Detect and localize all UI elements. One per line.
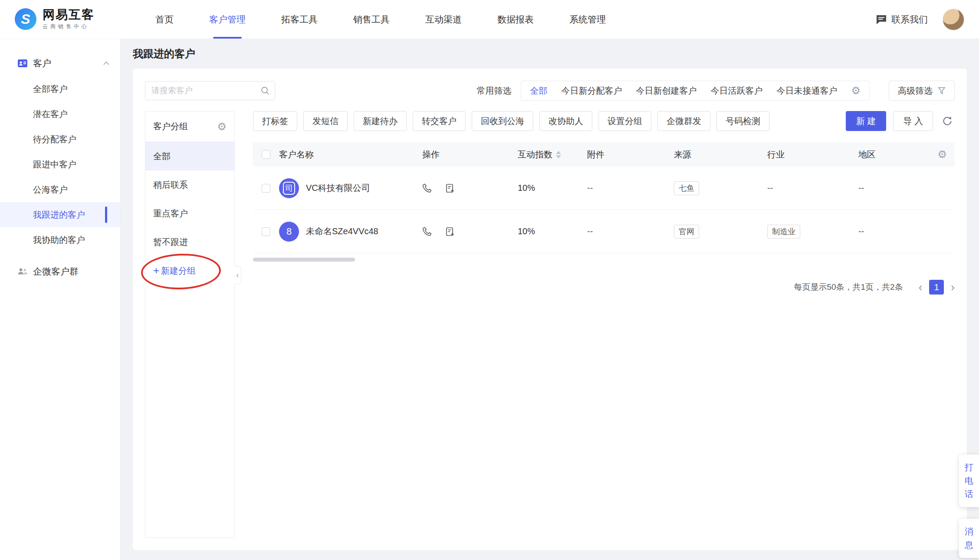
column-region: 地区 <box>858 149 923 160</box>
industry-tag: 制造业 <box>767 225 800 239</box>
sidebar-item-wecom-groups[interactable]: 企微客户群 <box>0 259 120 285</box>
select-all-checkbox[interactable] <box>262 150 270 159</box>
main-content: 我跟进的客户 常用筛选 全部 今日新分配客户 今日新创建客户 今日活跃客户 <box>121 39 979 560</box>
table-row: 司 VC科技有限公司 10% -- <box>253 167 955 210</box>
sort-icon[interactable] <box>556 151 561 158</box>
new-todo-button[interactable]: 新建待办 <box>354 111 407 131</box>
filter-settings-gear-icon[interactable]: ⚙ <box>851 85 861 96</box>
search-input[interactable] <box>145 81 275 100</box>
filter-row: 常用筛选 全部 今日新分配客户 今日新创建客户 今日活跃客户 今日未接通客户 ⚙… <box>145 81 955 101</box>
nav-customer-management[interactable]: 客户管理 <box>209 0 246 39</box>
sidebar-item-public-sea-customers[interactable]: 公海客户 <box>0 177 120 202</box>
pagination: 每页显示50条，共1页，共2条 ‹ 1 › <box>253 280 955 295</box>
region-value: -- <box>858 183 923 193</box>
sidebar: 客户 全部客户 潜在客户 待分配客户 跟进中客户 公海客户 我跟进的客户 我协助… <box>0 39 121 560</box>
group-item-key-customers[interactable]: 重点客户 <box>145 199 234 228</box>
brand-name: 网易互客 <box>43 8 95 22</box>
filter-option-all[interactable]: 全部 <box>530 85 547 97</box>
nav-sales-tools[interactable]: 销售工具 <box>353 0 390 39</box>
advanced-filter-button[interactable]: 高级筛选 <box>889 81 955 101</box>
row-checkbox[interactable] <box>262 184 270 193</box>
group-item-not-following[interactable]: 暂不跟进 <box>145 228 234 256</box>
funnel-icon <box>938 87 946 95</box>
customer-name[interactable]: VC科技有限公司 <box>306 182 370 194</box>
filter-option-new-assigned-today[interactable]: 今日新分配客户 <box>561 85 622 97</box>
refresh-icon[interactable] <box>940 114 955 128</box>
table-header: 客户名称 操作 互动指数 附件 来源 行业 地区 ⚙ <box>253 142 955 167</box>
nav-data-reports[interactable]: 数据报表 <box>497 0 534 39</box>
group-item-contact-later[interactable]: 稍后联系 <box>145 170 234 199</box>
groups-settings-gear-icon[interactable]: ⚙ <box>217 121 227 132</box>
add-record-icon[interactable] <box>445 226 455 237</box>
collapse-panel-button[interactable]: ‹ <box>234 266 241 284</box>
make-call-label: 打电话 <box>964 461 974 501</box>
avatar-glyph: 8 <box>286 226 292 237</box>
contact-us-label: 联系我们 <box>891 13 928 26</box>
top-bar: S 网易互客 云商销售中心 首页 客户管理 拓客工具 销售工具 互动渠道 数据报… <box>0 0 979 39</box>
nav-home[interactable]: 首页 <box>155 0 174 39</box>
import-button[interactable]: 导 入 <box>893 111 933 131</box>
phone-icon[interactable] <box>422 226 433 237</box>
row-checkbox[interactable] <box>262 227 270 236</box>
nav-interaction-channels[interactable]: 互动渠道 <box>425 0 462 39</box>
transfer-customer-button[interactable]: 转交客户 <box>413 111 466 131</box>
new-group-button[interactable]: + 新建分组 <box>145 256 234 285</box>
prev-page-icon[interactable]: ‹ <box>919 282 923 293</box>
contact-us-button[interactable]: 联系我们 <box>876 13 928 26</box>
table-row: 8 未命名SZe4VVc48 10% -- <box>253 210 955 253</box>
number-check-button[interactable]: 号码检测 <box>716 111 769 131</box>
user-avatar[interactable] <box>943 9 964 30</box>
nav-system-management[interactable]: 系统管理 <box>569 0 606 39</box>
tag-button[interactable]: 打标签 <box>253 111 297 131</box>
chat-icon <box>876 14 887 25</box>
interaction-index-value: 10% <box>518 226 587 236</box>
pagination-summary: 每页显示50条，共1页，共2条 <box>794 282 903 293</box>
current-page-button[interactable]: 1 <box>929 280 944 295</box>
sidebar-section-customers[interactable]: 客户 <box>0 50 120 76</box>
sidebar-item-following-customers[interactable]: 跟进中客户 <box>0 152 120 177</box>
change-assistant-button[interactable]: 改协助人 <box>539 111 592 131</box>
sms-button[interactable]: 发短信 <box>303 111 348 131</box>
customer-avatar: 司 <box>279 178 299 198</box>
toolbar: 打标签 发短信 新建待办 转交客户 回收到公海 改协助人 设置分组 企微群发 号… <box>253 111 955 131</box>
horizontal-scrollbar[interactable] <box>253 258 355 262</box>
filter-option-unreached-today[interactable]: 今日未接通客户 <box>776 85 837 97</box>
add-record-icon[interactable] <box>445 183 455 193</box>
chevron-up-icon[interactable] <box>103 61 110 65</box>
make-call-button[interactable]: 打电话 <box>959 455 979 507</box>
filter-option-active-today[interactable]: 今日活跃客户 <box>710 85 762 97</box>
avatar-glyph: 司 <box>283 182 295 195</box>
table-area: 打标签 发短信 新建待办 转交客户 回收到公海 改协助人 设置分组 企微群发 号… <box>253 111 955 538</box>
top-nav: 首页 客户管理 拓客工具 销售工具 互动渠道 数据报表 系统管理 <box>155 0 606 39</box>
new-group-label: 新建分组 <box>161 265 196 277</box>
create-button[interactable]: 新 建 <box>846 111 887 131</box>
wecom-mass-send-button[interactable]: 企微群发 <box>657 111 710 131</box>
sidebar-item-to-assign-customers[interactable]: 待分配客户 <box>0 127 120 152</box>
sidebar-item-all-customers[interactable]: 全部客户 <box>0 76 120 102</box>
set-group-button[interactable]: 设置分组 <box>598 111 651 131</box>
messages-label: 消息 <box>964 525 974 552</box>
topbar-right: 联系我们 <box>876 9 964 30</box>
filter-option-new-created-today[interactable]: 今日新创建客户 <box>636 85 696 97</box>
brand-subtitle: 云商销售中心 <box>43 23 95 30</box>
nav-lead-tools[interactable]: 拓客工具 <box>281 0 318 39</box>
source-tag: 官网 <box>674 225 699 239</box>
customer-groups-panel: 客户分组 ⚙ 全部 稍后联系 重点客户 暂不跟进 + 新建分组 ‹ <box>145 111 235 538</box>
column-settings-gear-icon[interactable]: ⚙ <box>937 149 947 160</box>
next-page-icon[interactable]: › <box>951 282 955 293</box>
phone-icon[interactable] <box>422 183 433 193</box>
customer-name[interactable]: 未命名SZe4VVc48 <box>306 226 378 237</box>
plus-icon: + <box>153 265 159 276</box>
recycle-to-public-sea-button[interactable]: 回收到公海 <box>472 111 533 131</box>
messages-button[interactable]: 消息 <box>959 519 979 558</box>
search-icon[interactable] <box>260 86 270 95</box>
attachment-value: -- <box>587 226 674 236</box>
sidebar-item-potential-customers[interactable]: 潜在客户 <box>0 102 120 127</box>
group-item-all[interactable]: 全部 <box>145 142 234 170</box>
sidebar-item-assisted-customers[interactable]: 我协助的客户 <box>0 227 120 252</box>
sidebar-item-my-followed-customers[interactable]: 我跟进的客户 <box>0 202 120 227</box>
column-industry: 行业 <box>767 149 858 160</box>
industry-value: -- <box>767 183 858 193</box>
toolbar-right: 新 建 导 入 <box>846 111 955 131</box>
column-attachment: 附件 <box>587 149 674 160</box>
